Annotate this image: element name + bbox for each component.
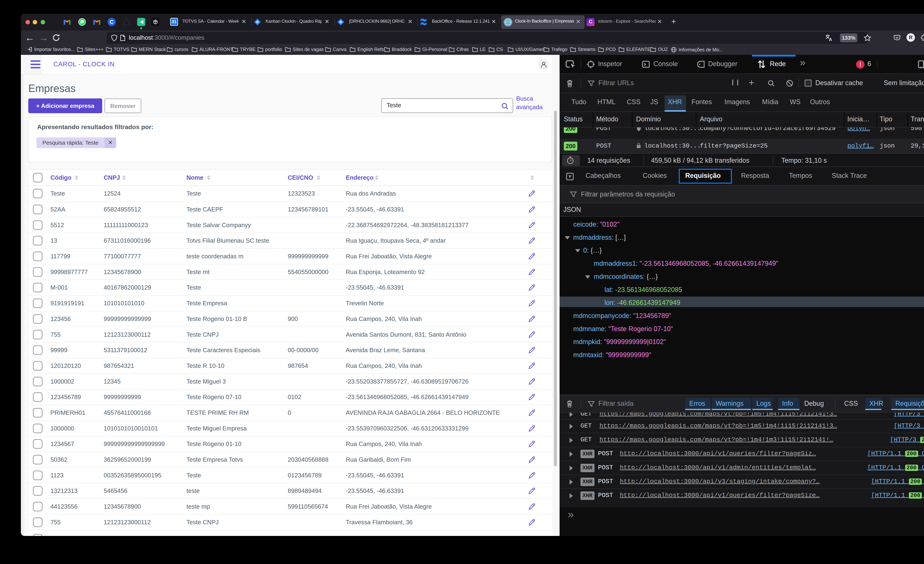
svg-text:A: A	[829, 37, 832, 42]
